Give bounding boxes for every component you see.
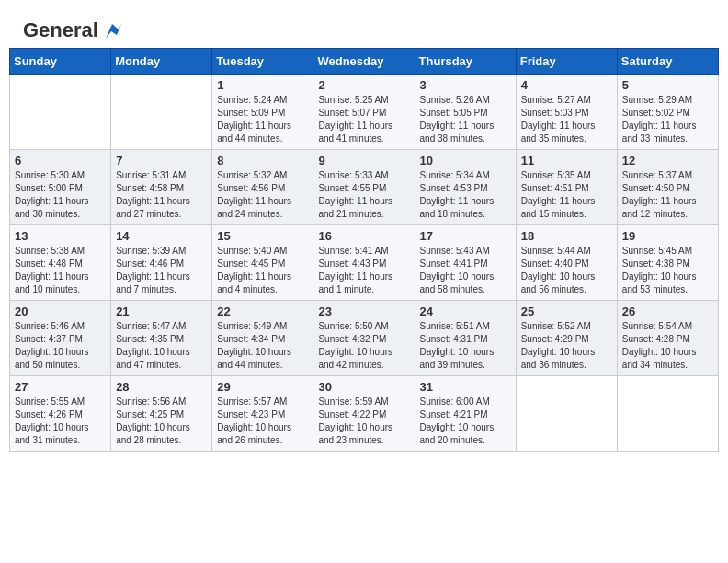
day-info: Sunrise: 5:33 AM Sunset: 4:55 PM Dayligh… bbox=[318, 169, 409, 221]
calendar-cell: 20Sunrise: 5:46 AM Sunset: 4:37 PM Dayli… bbox=[10, 301, 111, 376]
day-number: 5 bbox=[622, 78, 713, 92]
day-number: 11 bbox=[521, 154, 612, 167]
day-info: Sunrise: 5:54 AM Sunset: 4:28 PM Dayligh… bbox=[622, 320, 713, 372]
calendar-header-cell: Sunday bbox=[10, 49, 111, 75]
calendar-week-row: 13Sunrise: 5:38 AM Sunset: 4:48 PM Dayli… bbox=[10, 225, 719, 301]
calendar-cell: 14Sunrise: 5:39 AM Sunset: 4:46 PM Dayli… bbox=[111, 225, 212, 301]
calendar-header-cell: Tuesday bbox=[212, 49, 313, 75]
calendar-header-cell: Friday bbox=[516, 49, 617, 75]
calendar-header-cell: Saturday bbox=[617, 49, 718, 75]
calendar-cell: 28Sunrise: 5:56 AM Sunset: 4:25 PM Dayli… bbox=[111, 376, 212, 452]
calendar-header-row: SundayMondayTuesdayWednesdayThursdayFrid… bbox=[10, 49, 719, 75]
day-number: 27 bbox=[15, 380, 106, 394]
day-number: 4 bbox=[521, 78, 612, 92]
day-info: Sunrise: 5:31 AM Sunset: 4:58 PM Dayligh… bbox=[116, 169, 207, 221]
calendar-header-cell: Thursday bbox=[415, 49, 516, 75]
day-info: Sunrise: 5:27 AM Sunset: 5:03 PM Dayligh… bbox=[521, 94, 612, 145]
day-info: Sunrise: 5:26 AM Sunset: 5:05 PM Dayligh… bbox=[420, 94, 511, 145]
day-info: Sunrise: 5:43 AM Sunset: 4:41 PM Dayligh… bbox=[420, 245, 511, 296]
calendar-cell: 5Sunrise: 5:29 AM Sunset: 5:02 PM Daylig… bbox=[617, 75, 718, 150]
day-number: 24 bbox=[420, 304, 511, 318]
calendar-cell: 3Sunrise: 5:26 AM Sunset: 5:05 PM Daylig… bbox=[415, 75, 516, 150]
calendar-week-row: 27Sunrise: 5:55 AM Sunset: 4:26 PM Dayli… bbox=[10, 376, 719, 452]
page-header: General bbox=[9, 9, 719, 43]
calendar-cell bbox=[617, 376, 718, 452]
day-number: 31 bbox=[420, 380, 511, 394]
day-info: Sunrise: 5:47 AM Sunset: 4:35 PM Dayligh… bbox=[116, 320, 207, 372]
calendar-cell: 6Sunrise: 5:30 AM Sunset: 5:00 PM Daylig… bbox=[10, 150, 111, 225]
calendar-body: 1Sunrise: 5:24 AM Sunset: 5:09 PM Daylig… bbox=[10, 75, 719, 452]
calendar-cell: 16Sunrise: 5:41 AM Sunset: 4:43 PM Dayli… bbox=[313, 225, 415, 301]
calendar-week-row: 20Sunrise: 5:46 AM Sunset: 4:37 PM Dayli… bbox=[10, 301, 719, 376]
calendar-cell: 13Sunrise: 5:38 AM Sunset: 4:48 PM Dayli… bbox=[10, 225, 111, 301]
calendar-header: SundayMondayTuesdayWednesdayThursdayFrid… bbox=[10, 49, 719, 75]
calendar-cell: 8Sunrise: 5:32 AM Sunset: 4:56 PM Daylig… bbox=[212, 150, 313, 225]
calendar-header-cell: Wednesday bbox=[313, 49, 415, 75]
calendar-cell: 19Sunrise: 5:45 AM Sunset: 4:38 PM Dayli… bbox=[617, 225, 718, 301]
day-info: Sunrise: 5:35 AM Sunset: 4:51 PM Dayligh… bbox=[521, 169, 612, 221]
day-number: 22 bbox=[217, 304, 308, 318]
calendar-cell bbox=[111, 75, 212, 150]
calendar-cell: 9Sunrise: 5:33 AM Sunset: 4:55 PM Daylig… bbox=[313, 150, 415, 225]
day-number: 15 bbox=[217, 229, 308, 243]
calendar-cell: 25Sunrise: 5:52 AM Sunset: 4:29 PM Dayli… bbox=[516, 301, 617, 376]
day-number: 10 bbox=[420, 154, 511, 167]
calendar-cell: 31Sunrise: 6:00 AM Sunset: 4:21 PM Dayli… bbox=[415, 376, 516, 452]
day-info: Sunrise: 5:24 AM Sunset: 5:09 PM Dayligh… bbox=[217, 94, 308, 145]
day-number: 2 bbox=[318, 78, 409, 92]
calendar-cell: 29Sunrise: 5:57 AM Sunset: 4:23 PM Dayli… bbox=[212, 376, 313, 452]
day-info: Sunrise: 6:00 AM Sunset: 4:21 PM Dayligh… bbox=[420, 396, 511, 447]
calendar-cell: 12Sunrise: 5:37 AM Sunset: 4:50 PM Dayli… bbox=[617, 150, 718, 225]
calendar-cell: 21Sunrise: 5:47 AM Sunset: 4:35 PM Dayli… bbox=[111, 301, 212, 376]
day-number: 8 bbox=[217, 154, 308, 167]
day-number: 13 bbox=[15, 229, 106, 243]
day-number: 9 bbox=[318, 154, 409, 167]
day-number: 30 bbox=[318, 380, 409, 394]
day-number: 12 bbox=[622, 154, 713, 167]
day-info: Sunrise: 5:41 AM Sunset: 4:43 PM Dayligh… bbox=[318, 245, 409, 296]
calendar-cell: 1Sunrise: 5:24 AM Sunset: 5:09 PM Daylig… bbox=[212, 75, 313, 150]
day-number: 21 bbox=[116, 304, 207, 318]
calendar-cell: 11Sunrise: 5:35 AM Sunset: 4:51 PM Dayli… bbox=[516, 150, 617, 225]
day-info: Sunrise: 5:55 AM Sunset: 4:26 PM Dayligh… bbox=[15, 396, 106, 447]
calendar-cell bbox=[516, 376, 617, 452]
day-info: Sunrise: 5:44 AM Sunset: 4:40 PM Dayligh… bbox=[521, 245, 612, 296]
day-info: Sunrise: 5:49 AM Sunset: 4:34 PM Dayligh… bbox=[217, 320, 308, 372]
day-number: 28 bbox=[116, 380, 207, 394]
day-info: Sunrise: 5:34 AM Sunset: 4:53 PM Dayligh… bbox=[420, 169, 511, 221]
day-info: Sunrise: 5:59 AM Sunset: 4:22 PM Dayligh… bbox=[318, 396, 409, 447]
logo-general-text: General bbox=[23, 18, 98, 42]
calendar-cell: 26Sunrise: 5:54 AM Sunset: 4:28 PM Dayli… bbox=[617, 301, 718, 376]
day-number: 7 bbox=[116, 154, 207, 167]
day-number: 25 bbox=[521, 304, 612, 318]
logo: General bbox=[23, 18, 122, 39]
calendar-week-row: 1Sunrise: 5:24 AM Sunset: 5:09 PM Daylig… bbox=[10, 75, 719, 150]
calendar-cell: 2Sunrise: 5:25 AM Sunset: 5:07 PM Daylig… bbox=[313, 75, 415, 150]
day-number: 23 bbox=[318, 304, 409, 318]
calendar-cell: 30Sunrise: 5:59 AM Sunset: 4:22 PM Dayli… bbox=[313, 376, 415, 452]
day-info: Sunrise: 5:56 AM Sunset: 4:25 PM Dayligh… bbox=[116, 396, 207, 447]
calendar-cell: 24Sunrise: 5:51 AM Sunset: 4:31 PM Dayli… bbox=[415, 301, 516, 376]
calendar-cell bbox=[10, 75, 111, 150]
day-number: 17 bbox=[420, 229, 511, 243]
day-info: Sunrise: 5:37 AM Sunset: 4:50 PM Dayligh… bbox=[622, 169, 713, 221]
day-number: 19 bbox=[622, 229, 713, 243]
calendar-week-row: 6Sunrise: 5:30 AM Sunset: 5:00 PM Daylig… bbox=[10, 150, 719, 225]
calendar-cell: 10Sunrise: 5:34 AM Sunset: 4:53 PM Dayli… bbox=[415, 150, 516, 225]
calendar-header-cell: Monday bbox=[111, 49, 212, 75]
day-info: Sunrise: 5:45 AM Sunset: 4:38 PM Dayligh… bbox=[622, 245, 713, 296]
day-number: 20 bbox=[15, 304, 106, 318]
day-info: Sunrise: 5:38 AM Sunset: 4:48 PM Dayligh… bbox=[15, 245, 106, 296]
day-info: Sunrise: 5:57 AM Sunset: 4:23 PM Dayligh… bbox=[217, 396, 308, 447]
logo-bird-icon bbox=[102, 22, 122, 39]
day-info: Sunrise: 5:52 AM Sunset: 4:29 PM Dayligh… bbox=[521, 320, 612, 372]
svg-marker-0 bbox=[106, 22, 122, 39]
day-number: 16 bbox=[318, 229, 409, 243]
calendar-cell: 18Sunrise: 5:44 AM Sunset: 4:40 PM Dayli… bbox=[516, 225, 617, 301]
day-info: Sunrise: 5:29 AM Sunset: 5:02 PM Dayligh… bbox=[622, 94, 713, 145]
day-number: 26 bbox=[622, 304, 713, 318]
calendar-cell: 4Sunrise: 5:27 AM Sunset: 5:03 PM Daylig… bbox=[516, 75, 617, 150]
day-number: 18 bbox=[521, 229, 612, 243]
day-info: Sunrise: 5:50 AM Sunset: 4:32 PM Dayligh… bbox=[318, 320, 409, 372]
day-info: Sunrise: 5:25 AM Sunset: 5:07 PM Dayligh… bbox=[318, 94, 409, 145]
